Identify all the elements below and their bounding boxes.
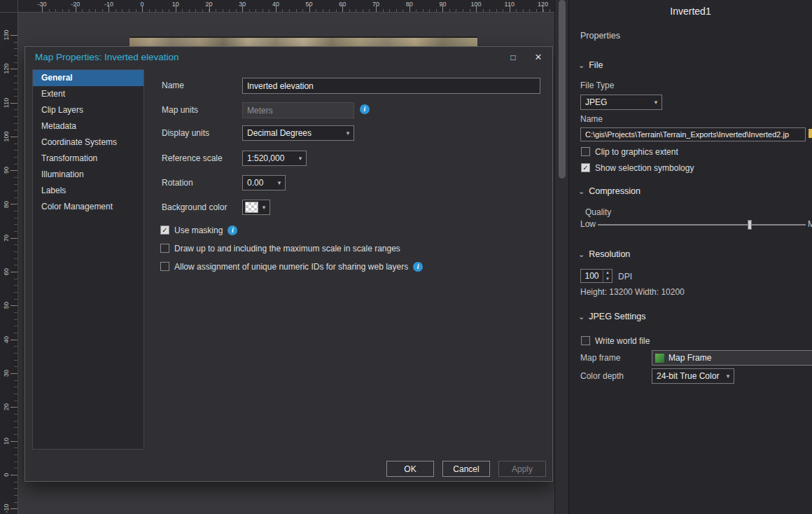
- file-section-header[interactable]: ⌄ File: [578, 60, 603, 70]
- properties-label: Properties: [580, 31, 620, 41]
- pane-splitter[interactable]: [554, 0, 568, 514]
- ruler-label: 10: [172, 1, 179, 8]
- quality-slider-handle[interactable]: [748, 220, 752, 230]
- map-frame-icon: [655, 354, 664, 363]
- draw-up-to-checkbox[interactable]: [160, 244, 169, 253]
- dpi-label: DPI: [618, 272, 632, 282]
- sidebar-item-color-management[interactable]: Color Management: [33, 199, 144, 215]
- export-item-title: Inverted1: [569, 6, 812, 17]
- chevron-down-icon: ▾: [274, 179, 285, 186]
- map-units-input: [242, 102, 354, 118]
- ruler-corner: [0, 0, 18, 13]
- clip-graphics-label[interactable]: Clip to graphics extent: [595, 147, 678, 157]
- ruler-label: 30: [239, 1, 246, 8]
- layout-view: -30-20-100102030405060708090100110120 13…: [0, 0, 554, 514]
- chevron-down-icon: ▾: [650, 99, 662, 106]
- sidebar-item-metadata[interactable]: Metadata: [33, 118, 144, 134]
- sidebar-item-transformation[interactable]: Transformation: [33, 151, 144, 167]
- ruler-label: 70: [3, 235, 10, 242]
- ruler-label: 40: [272, 1, 279, 8]
- cancel-button[interactable]: Cancel: [442, 461, 490, 477]
- output-name-label: Name: [580, 114, 603, 124]
- jpeg-settings-section-header[interactable]: ⌄ JPEG Settings: [578, 312, 646, 321]
- display-units-dropdown[interactable]: Decimal Degrees ▾: [242, 125, 354, 141]
- sidebar-item-illumination[interactable]: Illumination: [33, 167, 144, 183]
- unique-ids-checkbox[interactable]: [160, 262, 169, 271]
- ruler-label: 30: [3, 370, 10, 377]
- dialog-title: Map Properties: Inverted elevation: [35, 52, 179, 62]
- info-icon[interactable]: i: [227, 225, 237, 235]
- world-file-checkbox[interactable]: [581, 336, 590, 345]
- ruler-label: 100: [471, 1, 482, 8]
- display-units-label: Display units: [162, 128, 209, 138]
- close-icon[interactable]: ✕: [527, 50, 550, 65]
- ruler-label: 120: [538, 1, 548, 8]
- reference-scale-dropdown[interactable]: 1:520,000 ▾: [242, 151, 307, 166]
- ruler-label: 90: [439, 1, 446, 8]
- file-type-label: File Type: [580, 81, 614, 90]
- color-swatch: [245, 202, 258, 213]
- spinner-up-icon[interactable]: ▲: [603, 270, 612, 276]
- sidebar-item-extent[interactable]: Extent: [33, 86, 144, 102]
- reference-scale-label: Reference scale: [162, 153, 223, 163]
- map-units-label: Map units: [162, 105, 198, 115]
- chevron-down-icon: ▾: [295, 155, 306, 162]
- ruler-label: 80: [406, 1, 413, 8]
- horizontal-ruler: -30-20-100102030405060708090100110120: [18, 0, 554, 13]
- color-depth-dropdown[interactable]: 24-bit True Color ▾: [652, 368, 734, 384]
- scrollbar-thumb[interactable]: [559, 0, 566, 179]
- map-frame-label: Map frame: [580, 353, 620, 363]
- unique-ids-row: Allow assignment of unique numeric IDs f…: [160, 261, 423, 272]
- ruler-label: -10: [104, 1, 113, 8]
- sidebar-item-general[interactable]: General: [33, 70, 144, 86]
- ruler-label: 0: [3, 473, 10, 476]
- ruler-label: 40: [3, 336, 10, 343]
- output-path-input[interactable]: [580, 127, 806, 141]
- quality-slider-track[interactable]: [598, 224, 806, 225]
- dialog-sidebar: GeneralExtentClip LayersMetadataCoordina…: [32, 69, 144, 450]
- selection-symbology-checkbox[interactable]: ✓: [581, 163, 590, 172]
- spinner-down-icon[interactable]: ▼: [603, 276, 612, 282]
- resolution-section-header[interactable]: ⌄ Resolution: [578, 249, 630, 259]
- use-masking-label[interactable]: Use masking: [174, 225, 223, 235]
- dpi-value: 100: [581, 270, 603, 282]
- ok-button[interactable]: OK: [386, 461, 434, 477]
- selection-symbology-label[interactable]: Show selection symbology: [595, 163, 694, 173]
- ruler-label: -20: [71, 1, 80, 8]
- sidebar-item-labels[interactable]: Labels: [33, 183, 144, 199]
- ruler-label: 60: [3, 268, 10, 275]
- ruler-label: 90: [3, 167, 10, 174]
- world-file-label[interactable]: Write world file: [595, 336, 650, 346]
- info-icon[interactable]: i: [413, 262, 423, 272]
- ruler-label: 10: [3, 438, 10, 445]
- name-label: Name: [162, 81, 184, 90]
- unique-ids-label[interactable]: Allow assignment of unique numeric IDs f…: [174, 262, 408, 272]
- map-frame-dropdown[interactable]: Map Frame ▾: [652, 350, 812, 366]
- jpeg-settings-section-title: JPEG Settings: [589, 312, 645, 321]
- info-icon[interactable]: i: [360, 104, 370, 114]
- chevron-down-icon: ▾: [809, 354, 812, 361]
- use-masking-checkbox[interactable]: ✓: [160, 225, 169, 235]
- browse-folder-icon[interactable]: [808, 131, 812, 138]
- compression-section-header[interactable]: ⌄ Compression: [578, 186, 640, 196]
- file-type-dropdown[interactable]: JPEG ▾: [580, 95, 662, 110]
- name-input[interactable]: [242, 78, 540, 94]
- quality-label: Quality: [585, 207, 611, 217]
- sidebar-item-clip-layers[interactable]: Clip Layers: [33, 102, 144, 118]
- resolution-section-title: Resolution: [589, 249, 630, 259]
- chevron-down-icon: ▾: [342, 130, 354, 137]
- draw-up-to-label[interactable]: Draw up to and including the maximum sca…: [174, 244, 400, 253]
- ruler-label: 130: [3, 29, 10, 40]
- ruler-label: 110: [505, 1, 514, 8]
- ruler-label: 110: [3, 97, 10, 107]
- background-color-picker[interactable]: ▾: [242, 200, 270, 215]
- clip-graphics-checkbox[interactable]: [581, 147, 590, 156]
- chevron-down-icon: ⌄: [578, 313, 584, 320]
- chevron-down-icon: ▾: [722, 373, 734, 380]
- dialog-titlebar[interactable]: Map Properties: Inverted elevation □ ✕: [25, 47, 552, 68]
- ruler-label: 80: [3, 200, 10, 207]
- maximize-icon[interactable]: □: [502, 50, 524, 65]
- dpi-spinner[interactable]: 100 ▲ ▼: [580, 269, 612, 283]
- sidebar-item-coordinate-systems[interactable]: Coordinate Systems: [33, 134, 144, 151]
- rotation-dropdown[interactable]: 0.00 ▾: [242, 175, 286, 190]
